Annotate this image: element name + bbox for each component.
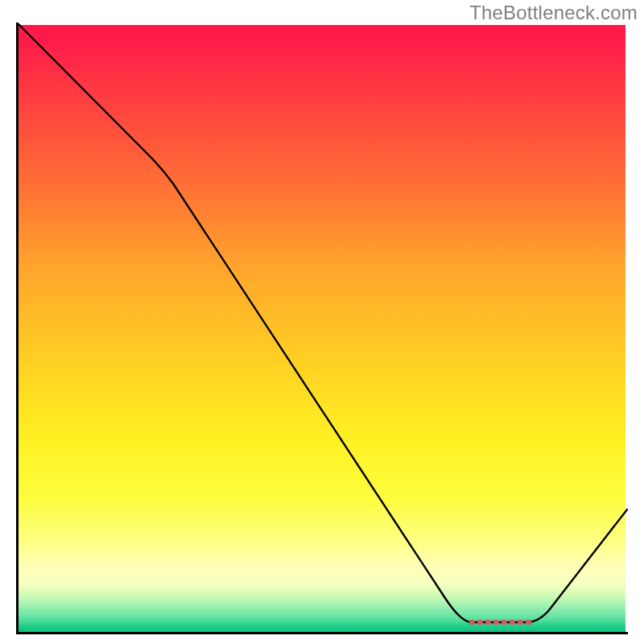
plot-svg — [16, 23, 628, 634]
chart-frame: TheBottleneck.com — [0, 0, 644, 644]
plot-area — [16, 23, 628, 634]
curve-path — [19, 24, 627, 622]
watermark-text: TheBottleneck.com — [469, 2, 638, 24]
